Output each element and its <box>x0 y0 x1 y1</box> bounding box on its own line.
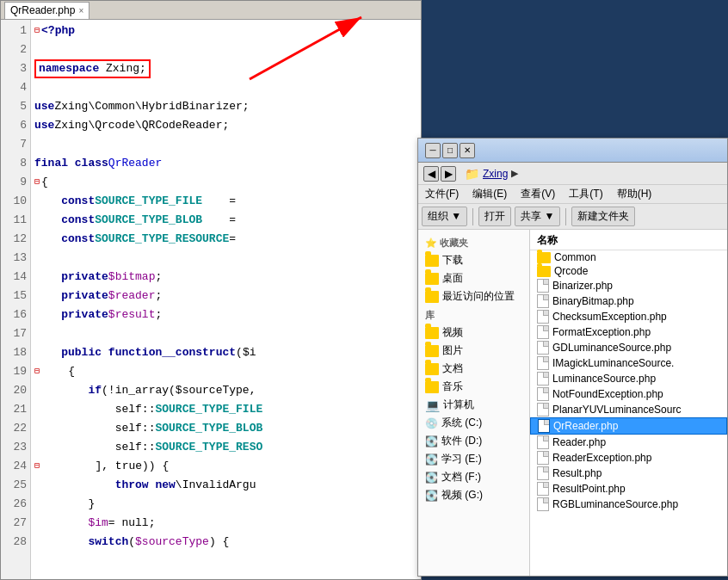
file-qrreader-label: QrReader.php <box>553 420 618 432</box>
code-line-6: use Zxing\Qrcode\QRCodeReader; <box>34 116 417 135</box>
file-icon-rgbluminance <box>537 497 549 511</box>
folder-icon-music <box>425 381 439 393</box>
new-folder-btn[interactable]: 新建文件夹 <box>571 207 635 226</box>
code-line-2 <box>34 40 417 59</box>
path-folder-icon: 📁 <box>465 167 479 181</box>
left-item-doc-label: 文档 <box>442 361 463 376</box>
tab-close-btn[interactable]: × <box>78 6 83 15</box>
left-item-computer[interactable]: 💻 计算机 <box>418 396 529 414</box>
code-editor: QrReader.php × 1 2 3 4 5 6 7 8 9 10 11 1… <box>0 0 422 580</box>
left-item-f[interactable]: 💽 文档 (F:) <box>418 468 529 486</box>
file-explorer: ─ □ ✕ ◀ ▶ 📁 Zxing ▶ 文件(F) 编辑(E) 查看(V) 工具… <box>417 138 728 577</box>
left-item-download[interactable]: 下载 <box>418 251 529 269</box>
code-line-18: public function __construct($i <box>34 343 417 362</box>
folder-common-label: Common <box>554 251 596 263</box>
folder-icon-doc <box>425 363 439 375</box>
folder-qrcode-label: Qrcode <box>554 265 588 277</box>
folder-icon-download <box>425 255 439 267</box>
code-text[interactable]: ⊟<?php namespace Zxing; use Zxing\Common… <box>31 20 421 579</box>
right-panel-header: 名称 <box>530 231 727 250</box>
folder-icon-video <box>425 327 439 339</box>
tab-label: QrReader.php <box>10 4 75 16</box>
folder-qrcode[interactable]: Qrcode <box>530 264 727 278</box>
file-icon-resultpoint <box>537 482 549 496</box>
code-line-8: final class QrReader <box>34 154 417 173</box>
code-line-4 <box>34 78 417 97</box>
file-planaryuv[interactable]: PlanarYUVLuminanceSourc <box>530 402 727 417</box>
code-line-12: const SOURCE_TYPE_RESOURCE = <box>34 230 417 249</box>
explorer-toolbar: 组织 ▼ 打开 共享 ▼ 新建文件夹 <box>418 204 727 230</box>
file-result[interactable]: Result.php <box>530 466 727 481</box>
back-btn[interactable]: ◀ <box>423 166 439 182</box>
forward-btn[interactable]: ▶ <box>441 166 456 182</box>
left-item-c[interactable]: 💿 系统 (C:) <box>418 414 529 432</box>
file-luminance[interactable]: LuminanceSource.php <box>530 371 727 386</box>
menu-file[interactable]: 文件(F) <box>422 185 462 203</box>
file-icon-notfound <box>537 387 549 401</box>
file-icon-readerexception <box>537 451 549 465</box>
left-item-g-label: 视频 (G:) <box>441 488 483 503</box>
menu-view[interactable]: 查看(V) <box>517 185 558 203</box>
file-gdluminance-label: GDLuminanceSource.php <box>552 342 671 354</box>
file-formatexception-label: FormatException.php <box>552 326 651 338</box>
path-zxing[interactable]: Zxing <box>483 168 508 180</box>
editor-tab-bar: QrReader.php × <box>1 1 421 20</box>
code-line-15: private $reader; <box>34 287 417 305</box>
code-line-25: throw new \InvalidArgu <box>34 476 417 495</box>
file-readerexception[interactable]: ReaderException.php <box>530 450 727 466</box>
left-item-desktop[interactable]: 桌面 <box>418 269 529 287</box>
left-item-music[interactable]: 音乐 <box>418 378 529 396</box>
file-notfound[interactable]: NotFoundException.php <box>530 386 727 402</box>
code-line-13 <box>34 249 417 268</box>
explorer-path-bar: ◀ ▶ 📁 Zxing ▶ <box>418 163 727 185</box>
file-reader-label: Reader.php <box>552 436 606 448</box>
file-binarizer[interactable]: Binarizer.php <box>530 278 727 293</box>
code-line-14: private $bitmap; <box>34 268 417 287</box>
menu-tools[interactable]: 工具(T) <box>565 185 606 203</box>
file-icon-binarybitmap <box>537 294 549 308</box>
folder-icon-desktop <box>425 273 439 285</box>
share-btn[interactable]: 共享 ▼ <box>515 207 560 226</box>
left-item-desktop-label: 桌面 <box>442 271 463 286</box>
menu-help[interactable]: 帮助(H) <box>614 185 656 203</box>
tab-qrreader[interactable]: QrReader.php × <box>4 2 89 19</box>
file-resultpoint-label: ResultPoint.php <box>552 483 626 495</box>
file-icon-imagick <box>537 356 549 370</box>
minimize-btn[interactable]: ─ <box>425 143 441 158</box>
left-item-e[interactable]: 💽 学习 (E:) <box>418 450 529 468</box>
code-line-10: const SOURCE_TYPE_FILE = <box>34 192 417 211</box>
left-item-doc[interactable]: 文档 <box>418 360 529 378</box>
file-binarybitmap[interactable]: BinaryBitmap.php <box>530 293 727 309</box>
maximize-btn[interactable]: □ <box>442 143 458 158</box>
file-formatexception[interactable]: FormatException.php <box>530 324 727 340</box>
file-qrreader[interactable]: QrReader.php <box>530 417 727 435</box>
file-checksumexception[interactable]: ChecksumException.php <box>530 309 727 324</box>
code-line-17 <box>34 324 417 343</box>
close-btn[interactable]: ✕ <box>460 143 475 158</box>
left-item-download-label: 下载 <box>442 253 463 268</box>
left-item-d[interactable]: 💽 软件 (D:) <box>418 432 529 450</box>
file-icon-gdluminance <box>537 341 549 355</box>
file-planaryuv-label: PlanarYUVLuminanceSourc <box>552 404 681 416</box>
left-item-recent[interactable]: 最近访问的位置 <box>418 287 529 305</box>
file-resultpoint[interactable]: ResultPoint.php <box>530 481 727 497</box>
file-icon-reader <box>537 435 549 449</box>
left-item-video[interactable]: 视频 <box>418 324 529 342</box>
file-rgbluminance-label: RGBLuminanceSource.php <box>552 498 678 510</box>
menu-edit[interactable]: 编辑(E) <box>469 185 510 203</box>
folder-icon-common <box>537 252 551 263</box>
organize-btn[interactable]: 组织 ▼ <box>422 207 467 226</box>
left-item-picture[interactable]: 图片 <box>418 342 529 360</box>
folder-common[interactable]: Common <box>530 250 727 264</box>
file-imagick[interactable]: IMagickLuminanceSource. <box>530 355 727 371</box>
left-item-g[interactable]: 💽 视频 (G:) <box>418 486 529 504</box>
file-reader[interactable]: Reader.php <box>530 435 727 450</box>
code-line-26: } <box>34 495 417 514</box>
file-gdluminance[interactable]: GDLuminanceSource.php <box>530 340 727 355</box>
library-title: 库 <box>418 305 529 324</box>
file-rgbluminance[interactable]: RGBLuminanceSource.php <box>530 497 727 512</box>
file-imagick-label: IMagickLuminanceSource. <box>552 357 674 369</box>
code-line-11: const SOURCE_TYPE_BLOB = <box>34 211 417 230</box>
open-btn[interactable]: 打开 <box>478 207 511 226</box>
code-line-28: switch ($sourceType) { <box>34 533 417 552</box>
